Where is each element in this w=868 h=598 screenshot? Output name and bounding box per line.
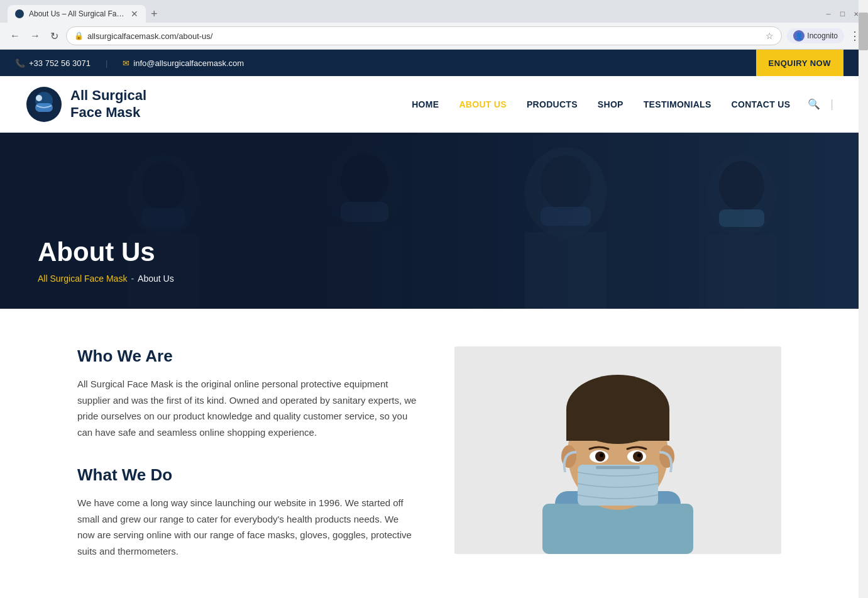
lock-icon: 🔒 <box>74 31 84 40</box>
who-we-are-text: All Surgical Face Mask is the original o… <box>77 376 417 440</box>
hero-content: About Us All Surgical Face Mask - About … <box>38 237 174 284</box>
reload-button[interactable]: ↻ <box>48 28 61 45</box>
email-item: ✉ info@allsurgicalfacemask.com <box>123 58 244 68</box>
nav-testimonials[interactable]: TESTIMONIALS <box>636 94 719 114</box>
address-text: allsurgicalfacemask.com/about-us/ <box>87 31 762 41</box>
enquiry-button[interactable]: ENQUIRY NOW <box>756 50 843 76</box>
bookmark-button[interactable]: ☆ <box>766 31 774 41</box>
nav-divider: | <box>830 97 833 111</box>
phone-icon: 📞 <box>15 58 25 68</box>
profile-area[interactable]: 👤 Incognito <box>787 28 844 43</box>
content-right <box>454 346 781 554</box>
browser-chrome: About Us – All Surgical Face Mas ✕ + ─ ☐… <box>0 0 868 50</box>
contact-divider: | <box>106 58 107 68</box>
address-bar-area: ← → ↻ 🔒 allsurgicalfacemask.com/about-us… <box>0 23 868 49</box>
main-content: Who We Are All Surgical Face Mask is the… <box>52 309 806 598</box>
svg-point-36 <box>600 453 603 457</box>
minimize-button[interactable]: ─ <box>824 9 833 18</box>
window-controls: ─ ☐ ✕ <box>824 9 860 18</box>
browser-titlebar: About Us – All Surgical Face Mas ✕ + ─ ☐… <box>0 0 868 23</box>
what-we-do-title: What We Do <box>77 465 417 485</box>
logo-text: All Surgical Face Mask <box>70 87 146 121</box>
forward-button[interactable]: → <box>28 28 43 44</box>
person-svg <box>454 346 781 554</box>
scrollbar-thumb[interactable] <box>859 13 868 50</box>
nav-contact[interactable]: CONTACT US <box>724 94 798 114</box>
email-address: info@allsurgicalfacemask.com <box>133 58 244 68</box>
logo-icon <box>25 86 63 123</box>
search-button[interactable]: 🔍 <box>803 93 825 115</box>
browser-tab[interactable]: About Us – All Surgical Face Mas ✕ <box>8 5 146 23</box>
nav-shop[interactable]: SHOP <box>590 94 631 114</box>
nav-products[interactable]: PRODUCTS <box>519 94 585 114</box>
logo-area[interactable]: All Surgical Face Mask <box>25 86 146 123</box>
maximize-button[interactable]: ☐ <box>838 9 847 18</box>
svg-rect-31 <box>596 466 640 469</box>
site-nav: HOME ABOUT US PRODUCTS SHOP TESTIMONIALS… <box>404 93 833 115</box>
profile-icon: 👤 <box>793 30 805 42</box>
new-tab-button[interactable]: + <box>146 5 163 23</box>
content-left: Who We Are All Surgical Face Mask is the… <box>77 346 417 584</box>
phone-item: 📞 +33 752 56 3071 <box>15 58 91 68</box>
svg-point-37 <box>637 453 641 457</box>
breadcrumb: All Surgical Face Mask - About Us <box>38 274 174 284</box>
svg-point-3 <box>36 95 42 101</box>
search-icon: 🔍 <box>808 98 820 110</box>
back-button[interactable]: ← <box>8 28 23 44</box>
address-bar[interactable]: 🔒 allsurgicalfacemask.com/about-us/ ☆ <box>66 26 782 45</box>
breadcrumb-separator: - <box>131 274 134 284</box>
who-we-are-title: Who We Are <box>77 346 417 366</box>
hero-title: About Us <box>38 237 174 267</box>
tab-title: About Us – All Surgical Face Mas <box>29 9 126 18</box>
svg-rect-23 <box>542 504 693 554</box>
what-we-do-text: We have come a long way since launching … <box>77 495 417 559</box>
email-icon: ✉ <box>123 58 129 68</box>
phone-number: +33 752 56 3071 <box>29 58 91 68</box>
page-scrollbar[interactable] <box>859 0 868 598</box>
contact-info: 📞 +33 752 56 3071 | ✉ info@allsurgicalfa… <box>15 58 244 68</box>
nav-home[interactable]: HOME <box>404 94 446 114</box>
person-image <box>454 346 781 554</box>
tab-close-btn[interactable]: ✕ <box>131 9 138 19</box>
hero-section: About Us All Surgical Face Mask - About … <box>0 133 859 309</box>
tab-favicon <box>15 9 24 18</box>
site-header: All Surgical Face Mask HOME ABOUT US PRO… <box>0 76 859 133</box>
breadcrumb-home-link[interactable]: All Surgical Face Mask <box>38 274 127 284</box>
breadcrumb-current: About Us <box>138 274 174 284</box>
top-bar: 📞 +33 752 56 3071 | ✉ info@allsurgicalfa… <box>0 50 859 76</box>
incognito-label: Incognito <box>807 31 838 40</box>
nav-about[interactable]: ABOUT US <box>451 94 514 114</box>
svg-rect-27 <box>566 409 669 441</box>
